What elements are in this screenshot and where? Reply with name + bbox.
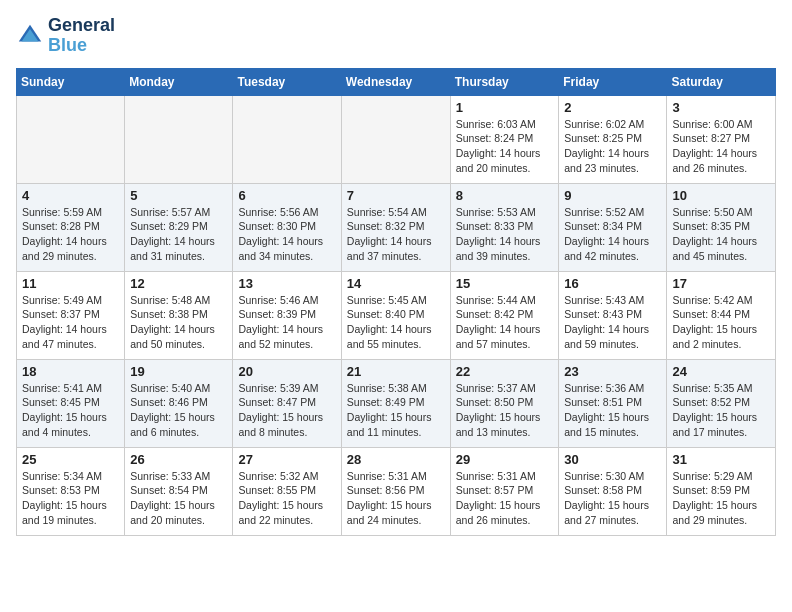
day-number: 30	[564, 452, 661, 467]
day-info: Sunrise: 5:41 AMSunset: 8:45 PMDaylight:…	[22, 381, 119, 440]
calendar-cell: 5Sunrise: 5:57 AMSunset: 8:29 PMDaylight…	[125, 183, 233, 271]
calendar-cell: 17Sunrise: 5:42 AMSunset: 8:44 PMDayligh…	[667, 271, 776, 359]
calendar-cell: 16Sunrise: 5:43 AMSunset: 8:43 PMDayligh…	[559, 271, 667, 359]
day-number: 15	[456, 276, 554, 291]
calendar-week-row: 25Sunrise: 5:34 AMSunset: 8:53 PMDayligh…	[17, 447, 776, 535]
day-info: Sunrise: 5:56 AMSunset: 8:30 PMDaylight:…	[238, 205, 335, 264]
calendar-cell: 24Sunrise: 5:35 AMSunset: 8:52 PMDayligh…	[667, 359, 776, 447]
day-info: Sunrise: 5:37 AMSunset: 8:50 PMDaylight:…	[456, 381, 554, 440]
day-number: 11	[22, 276, 119, 291]
calendar-cell: 19Sunrise: 5:40 AMSunset: 8:46 PMDayligh…	[125, 359, 233, 447]
calendar-cell: 4Sunrise: 5:59 AMSunset: 8:28 PMDaylight…	[17, 183, 125, 271]
calendar-cell: 11Sunrise: 5:49 AMSunset: 8:37 PMDayligh…	[17, 271, 125, 359]
calendar-header-row: SundayMondayTuesdayWednesdayThursdayFrid…	[17, 68, 776, 95]
day-number: 8	[456, 188, 554, 203]
calendar-cell: 14Sunrise: 5:45 AMSunset: 8:40 PMDayligh…	[341, 271, 450, 359]
day-number: 2	[564, 100, 661, 115]
day-info: Sunrise: 5:42 AMSunset: 8:44 PMDaylight:…	[672, 293, 770, 352]
calendar-cell: 31Sunrise: 5:29 AMSunset: 8:59 PMDayligh…	[667, 447, 776, 535]
day-number: 13	[238, 276, 335, 291]
calendar-cell: 1Sunrise: 6:03 AMSunset: 8:24 PMDaylight…	[450, 95, 559, 183]
day-info: Sunrise: 5:54 AMSunset: 8:32 PMDaylight:…	[347, 205, 445, 264]
day-info: Sunrise: 5:31 AMSunset: 8:57 PMDaylight:…	[456, 469, 554, 528]
day-info: Sunrise: 5:29 AMSunset: 8:59 PMDaylight:…	[672, 469, 770, 528]
calendar-header-saturday: Saturday	[667, 68, 776, 95]
calendar-header-monday: Monday	[125, 68, 233, 95]
day-info: Sunrise: 5:36 AMSunset: 8:51 PMDaylight:…	[564, 381, 661, 440]
day-number: 27	[238, 452, 335, 467]
day-number: 10	[672, 188, 770, 203]
calendar-cell: 22Sunrise: 5:37 AMSunset: 8:50 PMDayligh…	[450, 359, 559, 447]
day-number: 31	[672, 452, 770, 467]
calendar-cell	[125, 95, 233, 183]
calendar-header-thursday: Thursday	[450, 68, 559, 95]
calendar-cell: 23Sunrise: 5:36 AMSunset: 8:51 PMDayligh…	[559, 359, 667, 447]
day-number: 28	[347, 452, 445, 467]
day-info: Sunrise: 6:00 AMSunset: 8:27 PMDaylight:…	[672, 117, 770, 176]
calendar-week-row: 18Sunrise: 5:41 AMSunset: 8:45 PMDayligh…	[17, 359, 776, 447]
calendar-cell: 28Sunrise: 5:31 AMSunset: 8:56 PMDayligh…	[341, 447, 450, 535]
day-info: Sunrise: 5:34 AMSunset: 8:53 PMDaylight:…	[22, 469, 119, 528]
calendar-header-tuesday: Tuesday	[233, 68, 341, 95]
day-number: 19	[130, 364, 227, 379]
day-info: Sunrise: 5:32 AMSunset: 8:55 PMDaylight:…	[238, 469, 335, 528]
day-number: 4	[22, 188, 119, 203]
day-info: Sunrise: 5:33 AMSunset: 8:54 PMDaylight:…	[130, 469, 227, 528]
day-number: 29	[456, 452, 554, 467]
day-number: 23	[564, 364, 661, 379]
calendar-cell: 10Sunrise: 5:50 AMSunset: 8:35 PMDayligh…	[667, 183, 776, 271]
day-number: 9	[564, 188, 661, 203]
calendar-week-row: 11Sunrise: 5:49 AMSunset: 8:37 PMDayligh…	[17, 271, 776, 359]
header: General Blue	[16, 16, 776, 56]
calendar-cell: 6Sunrise: 5:56 AMSunset: 8:30 PMDaylight…	[233, 183, 341, 271]
day-number: 24	[672, 364, 770, 379]
calendar-cell: 12Sunrise: 5:48 AMSunset: 8:38 PMDayligh…	[125, 271, 233, 359]
calendar-cell: 21Sunrise: 5:38 AMSunset: 8:49 PMDayligh…	[341, 359, 450, 447]
calendar-cell	[341, 95, 450, 183]
logo-icon	[16, 22, 44, 50]
day-info: Sunrise: 5:39 AMSunset: 8:47 PMDaylight:…	[238, 381, 335, 440]
calendar-cell: 3Sunrise: 6:00 AMSunset: 8:27 PMDaylight…	[667, 95, 776, 183]
day-info: Sunrise: 5:52 AMSunset: 8:34 PMDaylight:…	[564, 205, 661, 264]
calendar-week-row: 4Sunrise: 5:59 AMSunset: 8:28 PMDaylight…	[17, 183, 776, 271]
day-number: 22	[456, 364, 554, 379]
day-info: Sunrise: 5:50 AMSunset: 8:35 PMDaylight:…	[672, 205, 770, 264]
day-info: Sunrise: 5:46 AMSunset: 8:39 PMDaylight:…	[238, 293, 335, 352]
calendar-cell: 13Sunrise: 5:46 AMSunset: 8:39 PMDayligh…	[233, 271, 341, 359]
day-info: Sunrise: 5:44 AMSunset: 8:42 PMDaylight:…	[456, 293, 554, 352]
day-info: Sunrise: 5:31 AMSunset: 8:56 PMDaylight:…	[347, 469, 445, 528]
day-info: Sunrise: 5:57 AMSunset: 8:29 PMDaylight:…	[130, 205, 227, 264]
day-info: Sunrise: 6:02 AMSunset: 8:25 PMDaylight:…	[564, 117, 661, 176]
day-number: 7	[347, 188, 445, 203]
logo-text: General Blue	[48, 16, 115, 56]
calendar-cell: 25Sunrise: 5:34 AMSunset: 8:53 PMDayligh…	[17, 447, 125, 535]
day-info: Sunrise: 5:53 AMSunset: 8:33 PMDaylight:…	[456, 205, 554, 264]
calendar-header-wednesday: Wednesday	[341, 68, 450, 95]
day-number: 21	[347, 364, 445, 379]
calendar-cell: 29Sunrise: 5:31 AMSunset: 8:57 PMDayligh…	[450, 447, 559, 535]
day-info: Sunrise: 5:43 AMSunset: 8:43 PMDaylight:…	[564, 293, 661, 352]
day-number: 20	[238, 364, 335, 379]
calendar-cell	[17, 95, 125, 183]
calendar-cell: 27Sunrise: 5:32 AMSunset: 8:55 PMDayligh…	[233, 447, 341, 535]
day-info: Sunrise: 5:38 AMSunset: 8:49 PMDaylight:…	[347, 381, 445, 440]
day-number: 6	[238, 188, 335, 203]
day-number: 26	[130, 452, 227, 467]
logo: General Blue	[16, 16, 115, 56]
day-number: 25	[22, 452, 119, 467]
calendar-cell: 18Sunrise: 5:41 AMSunset: 8:45 PMDayligh…	[17, 359, 125, 447]
day-info: Sunrise: 5:59 AMSunset: 8:28 PMDaylight:…	[22, 205, 119, 264]
day-info: Sunrise: 6:03 AMSunset: 8:24 PMDaylight:…	[456, 117, 554, 176]
calendar: SundayMondayTuesdayWednesdayThursdayFrid…	[16, 68, 776, 536]
calendar-header-friday: Friday	[559, 68, 667, 95]
day-number: 16	[564, 276, 661, 291]
calendar-cell: 7Sunrise: 5:54 AMSunset: 8:32 PMDaylight…	[341, 183, 450, 271]
day-info: Sunrise: 5:48 AMSunset: 8:38 PMDaylight:…	[130, 293, 227, 352]
day-info: Sunrise: 5:49 AMSunset: 8:37 PMDaylight:…	[22, 293, 119, 352]
day-number: 5	[130, 188, 227, 203]
day-info: Sunrise: 5:45 AMSunset: 8:40 PMDaylight:…	[347, 293, 445, 352]
day-info: Sunrise: 5:40 AMSunset: 8:46 PMDaylight:…	[130, 381, 227, 440]
calendar-cell: 20Sunrise: 5:39 AMSunset: 8:47 PMDayligh…	[233, 359, 341, 447]
calendar-cell: 9Sunrise: 5:52 AMSunset: 8:34 PMDaylight…	[559, 183, 667, 271]
calendar-header-sunday: Sunday	[17, 68, 125, 95]
